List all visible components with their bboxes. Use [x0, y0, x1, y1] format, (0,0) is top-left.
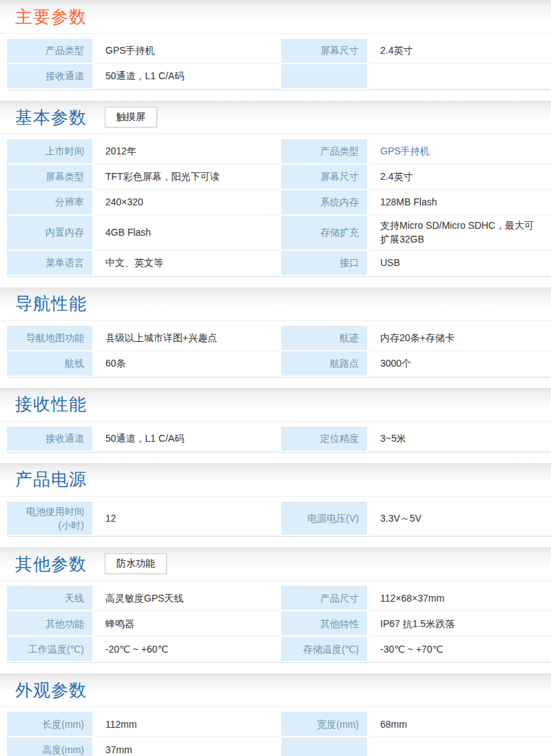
spec-value: TFT彩色屏幕，阳光下可读: [94, 165, 281, 190]
spec-value: 112×68×37mm: [369, 586, 551, 611]
spec-label: [281, 64, 369, 90]
section-header: 基本参数 触摸屏: [0, 101, 551, 134]
section-header: 产品电源: [0, 463, 551, 497]
spec-value: [369, 737, 551, 756]
spec-label: 其他功能: [7, 611, 94, 637]
spec-table: 导航地图功能县级以上城市详图+兴趣点航迹内存20条+存储卡航线60条航路点300…: [7, 326, 551, 378]
section-power: 产品电源 电池使用时间(小时)12电源电压(V)3.3V～5V: [0, 463, 551, 538]
spec-value: 68mm: [369, 712, 551, 737]
spec-table: 接收通道50通道，L1 C/A码定位精度3~5米: [7, 427, 551, 453]
spec-label: 航迹: [281, 326, 369, 351]
spec-value: 内存20条+存储卡: [369, 326, 551, 351]
spec-label: 屏幕类型: [7, 165, 94, 190]
spec-label: 上市时间: [7, 139, 94, 165]
spec-value: 50通道，L1 C/A码: [94, 64, 281, 90]
spec-value: 3000个: [369, 351, 551, 377]
spec-table: 上市时间2012年产品类型GPS手持机屏幕类型TFT彩色屏幕，阳光下可读屏幕尺寸…: [7, 139, 551, 277]
spec-value: 37mm: [94, 737, 281, 756]
section-title: 基本参数: [15, 109, 87, 126]
section-reception: 接收性能 接收通道50通道，L1 C/A码定位精度3~5米: [0, 388, 551, 453]
section-header: 其他参数 防水功能: [0, 547, 551, 581]
spec-label: 存储温度(℃): [281, 637, 369, 662]
spec-label: 屏幕尺寸: [281, 39, 369, 64]
spec-value: GPS手持机: [94, 39, 281, 64]
spec-value: 60条: [94, 351, 281, 377]
spec-label: [281, 737, 369, 756]
section-navigation: 导航性能 导航地图功能县级以上城市详图+兴趣点航迹内存20条+存储卡航线60条航…: [0, 287, 551, 378]
feature-tag-button[interactable]: 触摸屏: [105, 107, 157, 127]
spec-value: 3.3V～5V: [369, 502, 551, 537]
section-title: 接收性能: [15, 396, 87, 413]
spec-value: IP67 抗1.5米跌落: [369, 611, 551, 637]
spec-value: 高灵敏度GPS天线: [94, 586, 281, 611]
spec-value: 2012年: [94, 139, 281, 165]
spec-value: 支持Micro SD/Micro SDHC，最大可扩展32GB: [369, 216, 551, 251]
spec-label: 接收通道: [7, 427, 94, 452]
spec-label: 产品类型: [7, 39, 94, 64]
spec-value: 128MB Flash: [369, 190, 551, 216]
section-title: 产品电源: [15, 471, 87, 488]
spec-label: 航路点: [281, 351, 369, 377]
spec-label: 菜单语言: [7, 251, 94, 276]
spec-value: [369, 64, 551, 90]
section-title: 外观参数: [15, 682, 87, 699]
spec-label: 航线: [7, 351, 94, 377]
spec-label: 定位精度: [281, 427, 369, 452]
spec-value: 2.4英寸: [369, 39, 551, 64]
section-header: 接收性能: [0, 388, 551, 422]
section-other: 其他参数 防水功能 天线高灵敏度GPS天线产品尺寸112×68×37mm其他功能…: [0, 547, 551, 663]
spec-value: 4GB Flash: [94, 216, 281, 251]
spec-value-link[interactable]: GPS手持机: [380, 144, 430, 158]
spec-label: 接收通道: [7, 64, 94, 90]
spec-label: 天线: [7, 586, 94, 611]
spec-value: -30℃ ~ +70℃: [369, 637, 551, 662]
spec-value: -20℃ ~ +60℃: [94, 637, 281, 662]
spec-label: 系统内存: [281, 190, 369, 216]
spec-label: 长度(mm): [7, 712, 94, 737]
spec-table: 长度(mm)112mm宽度(mm)68mm高度(mm)37mm: [7, 712, 551, 756]
spec-label: 产品类型: [281, 139, 369, 165]
spec-value: 2.4英寸: [369, 165, 551, 190]
spec-label: 高度(mm): [7, 737, 94, 756]
spec-label: 存储扩充: [281, 216, 369, 251]
spec-value: 50通道，L1 C/A码: [94, 427, 281, 452]
spec-label: 宽度(mm): [281, 712, 369, 737]
spec-table: 产品类型GPS手持机屏幕尺寸2.4英寸接收通道50通道，L1 C/A码: [7, 39, 551, 90]
section-title: 主要参数: [15, 8, 87, 25]
spec-value: USB: [369, 251, 551, 276]
spec-label: 接口: [281, 251, 369, 276]
spec-label: 分辨率: [7, 190, 94, 216]
spec-value: 中文、英文等: [94, 251, 281, 276]
spec-label: 屏幕尺寸: [281, 165, 369, 190]
spec-value: 12: [94, 502, 281, 537]
section-appearance: 外观参数 长度(mm)112mm宽度(mm)68mm高度(mm)37mm: [0, 673, 551, 756]
spec-label: 导航地图功能: [7, 326, 94, 351]
spec-value: 县级以上城市详图+兴趣点: [94, 326, 281, 351]
spec-page: 主要参数 产品类型GPS手持机屏幕尺寸2.4英寸接收通道50通道，L1 C/A码…: [0, 0, 551, 756]
spec-value: 112mm: [94, 712, 281, 737]
spec-value: 蜂鸣器: [94, 611, 281, 637]
section-title: 其他参数: [15, 555, 87, 573]
spec-value: GPS手持机: [369, 139, 551, 165]
spec-value: 240×320: [94, 190, 281, 216]
section-title: 导航性能: [15, 295, 87, 312]
spec-label: 电源电压(V): [281, 502, 369, 537]
section-main: 主要参数 产品类型GPS手持机屏幕尺寸2.4英寸接收通道50通道，L1 C/A码: [0, 0, 551, 90]
section-header: 主要参数: [0, 0, 551, 34]
spec-label: 内置内存: [7, 216, 94, 251]
feature-tag-button[interactable]: 防水功能: [105, 553, 167, 574]
spec-label: 产品尺寸: [281, 586, 369, 611]
section-header: 外观参数: [0, 673, 551, 707]
spec-label: 电池使用时间(小时): [7, 502, 94, 537]
spec-table: 电池使用时间(小时)12电源电压(V)3.3V～5V: [7, 502, 551, 538]
section-header: 导航性能: [0, 287, 551, 321]
section-basic: 基本参数 触摸屏 上市时间2012年产品类型GPS手持机屏幕类型TFT彩色屏幕，…: [0, 101, 551, 277]
spec-table: 天线高灵敏度GPS天线产品尺寸112×68×37mm其他功能蜂鸣器其他特性IP6…: [7, 586, 551, 663]
spec-label: 其他特性: [281, 611, 369, 637]
spec-value: 3~5米: [369, 427, 551, 452]
spec-label: 工作温度(℃): [7, 637, 94, 662]
